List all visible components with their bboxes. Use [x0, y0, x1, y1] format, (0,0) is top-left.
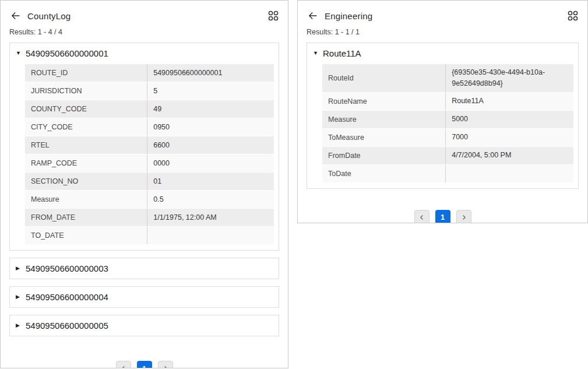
- pagination-next-button[interactable]: [456, 210, 471, 224]
- feature-card: ▼ 54909506600000001 ROUTE_ID 54909506600…: [9, 43, 279, 251]
- attribute-value: [445, 165, 573, 182]
- attribute-row: FROM_DATE 1/1/1975, 12:00 AM: [25, 209, 274, 227]
- attribute-table: ROUTE_ID 54909506600000001 JURISDICTION …: [25, 64, 274, 244]
- chevron-left-icon: [418, 214, 425, 221]
- apps-grid-icon: [567, 10, 579, 22]
- arrow-left-icon: [10, 11, 20, 20]
- pagination-page-button[interactable]: 1: [435, 210, 450, 224]
- attribute-label: ToMeasure: [322, 129, 445, 146]
- pagination: 1: [9, 361, 279, 368]
- attribute-label: RouteId: [322, 64, 445, 92]
- attribute-row: ToDate: [322, 165, 573, 182]
- feature-title: Route11A: [323, 48, 361, 58]
- attribute-label: JURISDICTION: [25, 82, 147, 100]
- attribute-row: Measure 5000: [322, 111, 573, 129]
- attribute-value: 5000: [445, 111, 573, 128]
- feature-card: ▼ Route11A RouteId {69350e35-430e-4494-b…: [307, 43, 579, 189]
- apps-grid-button[interactable]: [567, 10, 579, 22]
- attribute-value: 4/7/2004, 5:00 PM: [445, 147, 573, 164]
- attribute-label: RouteName: [322, 93, 445, 110]
- attribute-row: JURISDICTION 5: [25, 82, 274, 100]
- feature-panel: CountyLog Results: 1 - 4 / 4 ▼ 549095066…: [0, 0, 288, 368]
- attribute-row: COUNTY_CODE 49: [25, 100, 274, 118]
- attribute-label: TO_DATE: [25, 227, 147, 244]
- attribute-label: Measure: [322, 111, 445, 128]
- feature-title: 54909506600000001: [26, 48, 108, 58]
- results-count: Results: 1 - 4 / 4: [9, 28, 279, 36]
- attribute-value: 7000: [445, 129, 573, 146]
- panel-title: CountyLog: [27, 11, 71, 21]
- feature-toggle[interactable]: ▶ 54909506600000004: [10, 287, 279, 307]
- chevron-left-icon: [120, 365, 127, 368]
- feature-toggle[interactable]: ▶ 54909506600000005: [10, 315, 279, 336]
- attribute-value: {69350e35-430e-4494-b10a-9e52649d8b94}: [445, 64, 573, 92]
- attribute-label: COUNTY_CODE: [25, 100, 147, 118]
- attribute-row: RouteId {69350e35-430e-4494-b10a-9e52649…: [322, 64, 573, 93]
- attribute-value: 0000: [147, 154, 274, 172]
- attribute-value: Route11A: [445, 93, 573, 110]
- attribute-label: FromDate: [322, 147, 445, 164]
- feature-card: ▶ 54909506600000004: [9, 286, 279, 308]
- attribute-label: RTEL: [25, 136, 147, 154]
- back-button[interactable]: [10, 11, 20, 20]
- attribute-row: RTEL 6600: [25, 136, 274, 154]
- attribute-value: 01: [147, 173, 274, 190]
- back-button[interactable]: [308, 11, 318, 20]
- attribute-row: SECTION_NO 01: [25, 173, 274, 191]
- caret-icon: ▶: [16, 323, 22, 328]
- feature-card: ▶ 54909506600000005: [9, 315, 279, 336]
- caret-icon: ▼: [313, 51, 319, 56]
- caret-icon: ▶: [16, 266, 22, 271]
- pagination-prev-button[interactable]: [414, 210, 429, 224]
- attribute-label: ToDate: [322, 165, 445, 182]
- feature-panel: Engineering Results: 1 - 1 / 1 ▼ Route11…: [297, 0, 588, 223]
- attribute-row: FromDate 4/7/2004, 5:00 PM: [322, 147, 573, 165]
- feature-list: ▼ 54909506600000001 ROUTE_ID 54909506600…: [9, 43, 279, 336]
- attribute-value: 0.5: [147, 191, 274, 208]
- attribute-row: TO_DATE: [25, 227, 274, 244]
- feature-toggle[interactable]: ▼ 54909506600000001: [10, 43, 279, 64]
- feature-toggle[interactable]: ▼ Route11A: [307, 43, 578, 64]
- attribute-label: ROUTE_ID: [25, 64, 147, 82]
- attribute-row: Measure 0.5: [25, 191, 274, 209]
- attribute-label: SECTION_NO: [25, 173, 147, 190]
- chevron-right-icon: [162, 365, 169, 368]
- pagination: 1: [307, 210, 579, 224]
- panel-header: CountyLog: [9, 8, 279, 24]
- feature-toggle[interactable]: ▶ 54909506600000003: [10, 258, 279, 279]
- caret-icon: ▼: [16, 51, 22, 56]
- feature-card: ▶ 54909506600000003: [9, 258, 279, 279]
- pagination-next-button[interactable]: [158, 361, 173, 368]
- feature-info-panels: CountyLog Results: 1 - 4 / 4 ▼ 549095066…: [0, 0, 588, 369]
- arrow-left-icon: [308, 11, 318, 20]
- attribute-label: Measure: [25, 191, 147, 208]
- attribute-label: CITY_CODE: [25, 118, 147, 136]
- feature-list: ▼ Route11A RouteId {69350e35-430e-4494-b…: [307, 43, 579, 189]
- attribute-row: ToMeasure 7000: [322, 129, 573, 147]
- caret-icon: ▶: [16, 294, 22, 300]
- attribute-row: ROUTE_ID 54909506600000001: [25, 64, 274, 82]
- feature-title: 54909506600000005: [26, 321, 108, 331]
- attribute-value: 0950: [147, 118, 274, 136]
- results-count: Results: 1 - 1 / 1: [307, 28, 579, 36]
- chevron-right-icon: [460, 214, 467, 221]
- attribute-row: RAMP_CODE 0000: [25, 154, 274, 173]
- attribute-value: 54909506600000001: [147, 64, 274, 82]
- apps-grid-button[interactable]: [267, 10, 279, 22]
- attribute-value: 1/1/1975, 12:00 AM: [147, 209, 274, 226]
- apps-grid-icon: [267, 10, 279, 22]
- attribute-label: FROM_DATE: [25, 209, 147, 226]
- attribute-row: RouteName Route11A: [322, 93, 573, 111]
- attribute-row: CITY_CODE 0950: [25, 118, 274, 136]
- attribute-table: RouteId {69350e35-430e-4494-b10a-9e52649…: [322, 64, 573, 182]
- attribute-value: 6600: [147, 136, 274, 154]
- attribute-value: [147, 227, 274, 244]
- pagination-page-button[interactable]: 1: [137, 361, 152, 368]
- feature-title: 54909506600000003: [26, 263, 108, 273]
- attribute-value: 5: [147, 82, 274, 100]
- feature-title: 54909506600000004: [26, 292, 108, 302]
- panel-header: Engineering: [307, 8, 579, 24]
- attribute-label: RAMP_CODE: [25, 154, 147, 172]
- pagination-prev-button[interactable]: [116, 361, 131, 368]
- attribute-value: 49: [147, 100, 274, 118]
